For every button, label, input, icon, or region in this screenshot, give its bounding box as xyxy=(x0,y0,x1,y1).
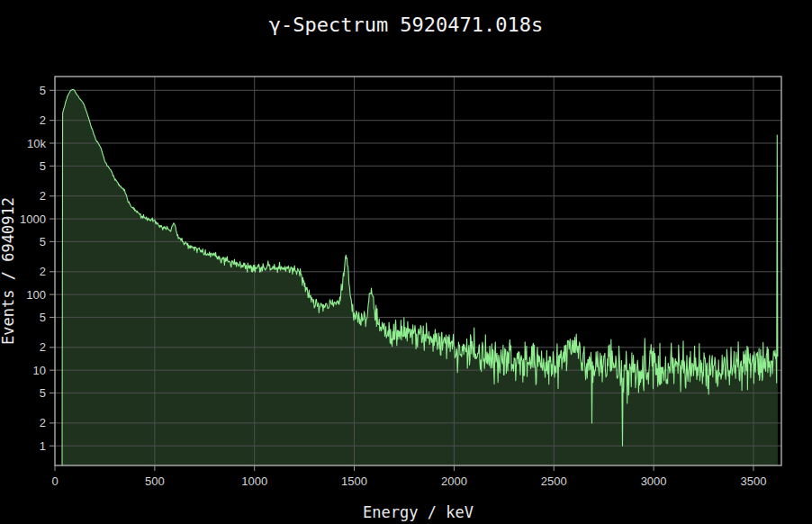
y-tick-label: 1 xyxy=(40,439,46,453)
x-tick-label: 0 xyxy=(51,474,58,488)
y-tick-label: 5 xyxy=(40,159,46,173)
spectrum-plot-area[interactable]: 0500100015002000250030003500125102510025… xyxy=(0,0,812,524)
y-tick-label: 10 xyxy=(33,364,46,377)
x-tick-label: 2000 xyxy=(441,474,467,488)
y-tick-label: 2 xyxy=(40,113,46,127)
y-axis-title: Events / 6940912 xyxy=(0,197,17,345)
x-axis-title: Energy / keV xyxy=(363,503,474,521)
x-tick-label: 2500 xyxy=(541,474,567,488)
y-tick-label: 10k xyxy=(27,137,46,150)
y-tick-label: 5 xyxy=(40,386,46,400)
y-tick-label: 100 xyxy=(26,288,46,302)
y-tick-label: 2 xyxy=(40,189,46,203)
x-tick-label: 500 xyxy=(145,474,165,488)
y-tick-label: 5 xyxy=(40,84,46,97)
x-tick-label: 1500 xyxy=(341,474,367,488)
y-tick-label: 2 xyxy=(40,265,46,278)
y-tick-label: 5 xyxy=(40,311,46,324)
x-tick-label: 3500 xyxy=(741,474,767,488)
y-tick-label: 5 xyxy=(40,235,46,248)
y-tick-label: 2 xyxy=(40,416,46,429)
x-tick-label: 3000 xyxy=(641,474,667,488)
y-tick-label: 2 xyxy=(40,340,46,354)
y-tick-label: 1000 xyxy=(20,212,46,226)
x-tick-label: 1000 xyxy=(241,474,267,488)
